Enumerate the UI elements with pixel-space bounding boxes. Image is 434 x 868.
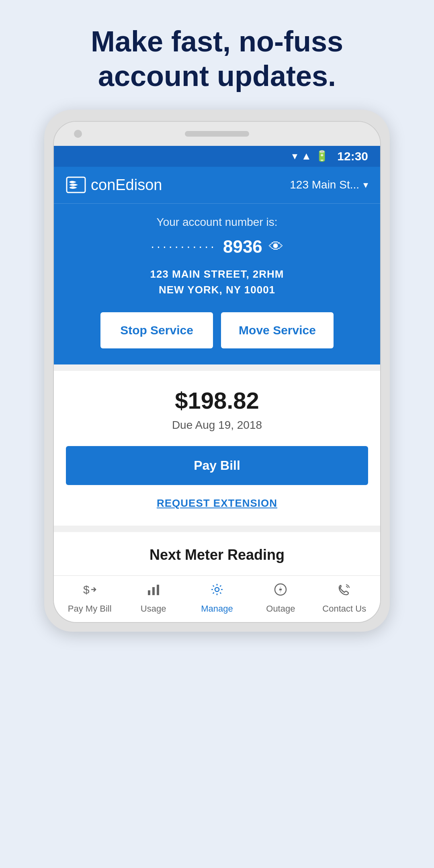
svg-rect-5: [157, 585, 159, 595]
bill-section: $198.82 Due Aug 19, 2018 Pay Bill REQUES…: [54, 371, 380, 526]
contact-us-icon: [337, 582, 352, 600]
app-logo-text: conEdison: [91, 176, 162, 194]
bill-amount: $198.82: [66, 387, 368, 414]
account-label: Your account number is:: [66, 216, 368, 229]
svg-text:$: $: [83, 583, 90, 596]
usage-icon: [146, 582, 161, 600]
coned-logo-icon: [66, 176, 86, 193]
address-line1: 123 MAIN STREET, 2RHM: [66, 266, 368, 282]
nav-label-contact-us: Contact Us: [322, 604, 366, 614]
nav-item-pay-my-bill[interactable]: $ Pay My Bill: [63, 582, 116, 614]
account-section: Your account number is: ··········· 8936…: [54, 203, 380, 364]
svg-rect-4: [152, 587, 155, 595]
bill-due-date: Due Aug 19, 2018: [66, 419, 368, 432]
account-number-row: ··········· 8936 👁: [66, 237, 368, 257]
outage-icon: [273, 582, 288, 600]
phone-speaker: [185, 131, 249, 137]
nav-label-outage: Outage: [266, 604, 295, 614]
service-buttons: Stop Service Move Service: [66, 312, 368, 348]
wifi-icon: ▾: [292, 150, 297, 162]
account-address: 123 MAIN STREET, 2RHM NEW YORK, NY 10001: [66, 266, 368, 298]
meter-title: Next Meter Reading: [66, 547, 368, 563]
account-dots: ···········: [151, 239, 217, 254]
svg-rect-3: [148, 590, 150, 595]
dropdown-arrow-icon: ▾: [363, 179, 368, 190]
move-service-button[interactable]: Move Service: [221, 312, 334, 348]
battery-icon: 🔋: [315, 150, 328, 162]
eye-icon[interactable]: 👁: [269, 238, 283, 255]
address-line2: NEW YORK, NY 10001: [66, 282, 368, 298]
status-time: 12:30: [337, 149, 368, 163]
nav-label-usage: Usage: [141, 604, 166, 614]
pay-my-bill-icon: $: [82, 582, 97, 600]
phone-camera: [74, 130, 82, 138]
request-extension-link[interactable]: REQUEST EXTENSION: [66, 497, 368, 510]
status-icons: ▾ ▲ 🔋: [292, 150, 329, 162]
nav-label-manage: Manage: [201, 604, 233, 614]
stop-service-button[interactable]: Stop Service: [100, 312, 213, 348]
account-last-digits: 8936: [223, 237, 262, 257]
page-headline: Make fast, no-fuss account updates.: [0, 0, 434, 110]
svg-point-6: [215, 588, 219, 592]
phone-top-bar: [54, 122, 380, 146]
bottom-nav: $ Pay My Bill Usage: [54, 575, 380, 622]
nav-item-contact-us[interactable]: Contact Us: [318, 582, 371, 614]
nav-item-manage[interactable]: Manage: [191, 582, 243, 614]
app-header: conEdison 123 Main St... ▾: [54, 167, 380, 203]
manage-icon: [210, 582, 224, 600]
selected-address: 123 Main St...: [290, 178, 359, 191]
nav-label-pay-my-bill: Pay My Bill: [68, 604, 112, 614]
nav-item-outage[interactable]: Outage: [254, 582, 307, 614]
phone-shell: ▾ ▲ 🔋 12:30 conEdison 123 Main St... ▾: [44, 110, 390, 632]
status-bar: ▾ ▲ 🔋 12:30: [54, 146, 380, 167]
nav-item-usage[interactable]: Usage: [127, 582, 180, 614]
pay-bill-button[interactable]: Pay Bill: [66, 446, 368, 485]
meter-section: Next Meter Reading: [54, 532, 380, 575]
signal-icon: ▲: [301, 150, 312, 162]
logo-area: conEdison: [66, 176, 162, 194]
address-selector[interactable]: 123 Main St... ▾: [290, 178, 368, 191]
